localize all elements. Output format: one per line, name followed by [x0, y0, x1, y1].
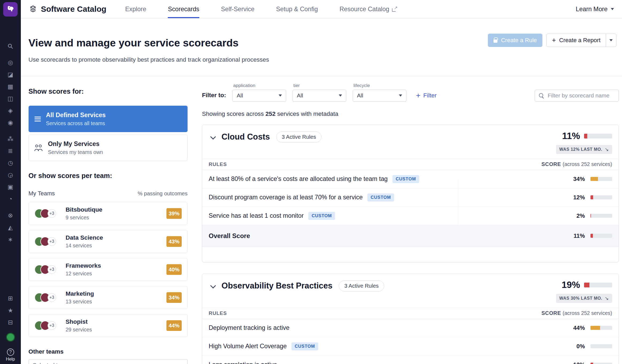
scope-only-my-services[interactable]: Only My Services Services my teams own — [29, 134, 188, 161]
filter-select[interactable]: All — [293, 90, 346, 102]
rule-progress-bar — [590, 344, 612, 348]
create-rule-button[interactable]: Create a Rule — [488, 34, 543, 47]
rule-progress-bar — [590, 234, 612, 238]
team-row[interactable]: +3 Marketing 13 services 34% — [29, 286, 188, 309]
team-services-count: 29 services — [66, 327, 92, 333]
rule-row[interactable]: Discount program coverage is at least 70… — [202, 188, 619, 207]
scope-all-defined-services[interactable]: All Defined Services Services across all… — [29, 106, 188, 132]
top-navigation: Explore ↗ Scorecards ↗ Self-Service ↗ — [114, 0, 408, 18]
rail-icon-rum[interactable]: ◭ — [5, 223, 16, 232]
rail-icon-dashboards[interactable]: ▦ — [5, 82, 16, 91]
rules-table: Deployment tracking is active 44% High V… — [202, 319, 619, 364]
active-rules-pill[interactable]: 3 Active Rules — [339, 280, 384, 291]
filter-dropdown: tier All — [293, 83, 346, 102]
create-report-button[interactable]: + Create a Report — [547, 34, 606, 47]
nav-tab[interactable]: Resource Catalog ↗ — [340, 0, 397, 18]
team-row[interactable]: +3 Frameworks 12 services 40% — [29, 258, 188, 281]
search-input[interactable] — [547, 92, 615, 99]
rule-row[interactable]: Logs correlation is active 12% — [202, 356, 619, 364]
overall-progress-bar — [584, 283, 612, 287]
rule-score: 34% — [569, 176, 585, 183]
team-row[interactable]: +3 Data Science 14 services 43% — [29, 230, 188, 253]
rail-icon-integrations[interactable]: ⊟ — [5, 318, 16, 327]
filter-select[interactable]: All — [232, 90, 286, 102]
rule-row[interactable]: Deployment tracking is active 44% — [202, 319, 619, 337]
avatar-more-badge: +3 — [48, 293, 56, 302]
plus-icon: + — [552, 37, 556, 44]
card-footer — [202, 247, 619, 262]
rail-icon-security[interactable]: ▣ — [5, 183, 16, 192]
rule-score: 11% — [569, 232, 585, 239]
team-name: Data Science — [66, 234, 103, 241]
rail-icon-bits-ai[interactable]: ★ — [5, 306, 16, 315]
nav-tab[interactable]: Explore ↗ — [125, 0, 146, 18]
team-services-count: 13 services — [66, 299, 94, 305]
scorecard-title: Observability Best Practices — [221, 280, 332, 303]
custom-badge: CUSTOM — [291, 342, 318, 350]
rail-icon-metrics[interactable]: ◪ — [5, 70, 16, 79]
learn-more-dropdown[interactable]: Learn More — [576, 6, 616, 13]
chevron-down-icon — [609, 39, 613, 41]
avatar-more-badge: +3 — [48, 265, 56, 274]
user-avatar[interactable] — [6, 333, 15, 342]
team-name: Shopist — [66, 318, 92, 325]
page-subtitle: Use scorecards to promote observability … — [29, 56, 269, 63]
rail-icon-search[interactable]: ⚲ — [5, 42, 16, 51]
rail-icon-software-catalog[interactable]: ◈ — [5, 106, 16, 115]
rules-table-header: RULES SCORE(across 252 services) — [202, 159, 619, 170]
filter-select[interactable]: All — [353, 90, 406, 102]
passing-outcomes-label: % passing outcomes — [138, 191, 188, 197]
rule-row[interactable]: At least 80% of a service's costs are al… — [202, 170, 619, 188]
chevron-down-icon — [399, 94, 402, 97]
trend-down-icon: ↘ — [605, 147, 609, 152]
rail-icon-synthetics[interactable]: ◶ — [5, 171, 16, 180]
trend-badge: WAS 30% LAST MO. ↘ — [556, 294, 612, 303]
rail-icon-slo[interactable]: ◔ — [5, 195, 16, 204]
search-icon — [539, 93, 544, 98]
rail-icon-workflows[interactable]: ⊞ — [5, 294, 16, 303]
team-name: Bitsboutique — [66, 206, 102, 213]
main-column: Software Catalog Explore ↗ Scorecards ↗ — [21, 0, 622, 364]
people-icon — [34, 145, 43, 151]
rail-icon-ci-visibility[interactable]: ◷ — [5, 159, 16, 168]
nav-tab[interactable]: Setup & Config ↗ — [276, 0, 318, 18]
add-filter-button[interactable]: + Filter — [416, 92, 437, 99]
help-button[interactable]: ? Help — [6, 349, 15, 362]
rule-row[interactable]: Service has at least 1 cost monitor CUST… — [202, 207, 619, 225]
rail-icon-watchdog[interactable]: ◎ — [5, 58, 16, 67]
datadog-logo[interactable] — [3, 2, 18, 17]
software-catalog-icon — [29, 5, 37, 14]
create-report-caret[interactable] — [606, 34, 616, 47]
overall-score-row: Overall Score 11% — [202, 225, 619, 247]
rail-icon-infrastructure[interactable]: ◫ — [5, 94, 16, 103]
rail-icon-service-management[interactable]: ⁂ — [5, 135, 16, 144]
team-name: Marketing — [66, 290, 94, 297]
team-score-badge: 39% — [166, 208, 182, 219]
rule-row[interactable]: High Volume Alert Coverage CUSTOM 0% — [202, 337, 619, 356]
collapse-chevron-icon[interactable] — [210, 134, 216, 140]
rail-icon-logs[interactable]: ≣ — [5, 147, 16, 156]
active-rules-pill[interactable]: 3 Active Rules — [276, 132, 321, 143]
team-row[interactable]: +3 Shopist 29 services 44% — [29, 314, 188, 337]
team-name: Frameworks — [66, 262, 101, 269]
filter-label: application — [233, 83, 286, 88]
page-header: View and manage your service scorecards … — [21, 18, 622, 76]
custom-badge: CUSTOM — [308, 212, 335, 220]
nav-tab[interactable]: Scorecards ↗ — [168, 0, 199, 18]
external-link-icon: ↗ — [392, 7, 397, 12]
chevron-down-icon — [339, 94, 342, 97]
services-count: 252 — [266, 110, 276, 117]
collapse-chevron-icon[interactable] — [210, 283, 216, 288]
list-icon — [34, 117, 41, 121]
plus-icon: + — [416, 92, 421, 99]
rail-icon-group-bottom: ⊞ ★ ⊟ ? Help — [5, 294, 16, 364]
team-row[interactable]: +3 Bitsboutique 9 services 39% — [29, 202, 188, 225]
rule-progress-bar — [590, 326, 612, 330]
rail-icon-llm-observability[interactable]: ∗ — [5, 235, 16, 244]
team-select[interactable]: Selected team... — [29, 359, 188, 364]
rail-icon-error-tracking[interactable]: ⊗ — [5, 211, 16, 220]
rail-icon-apm[interactable]: ◉ — [5, 118, 16, 127]
overall-percent: 19% — [562, 280, 580, 290]
avatar-more-badge: +3 — [48, 321, 56, 330]
nav-tab[interactable]: Self-Service ↗ — [221, 0, 254, 18]
